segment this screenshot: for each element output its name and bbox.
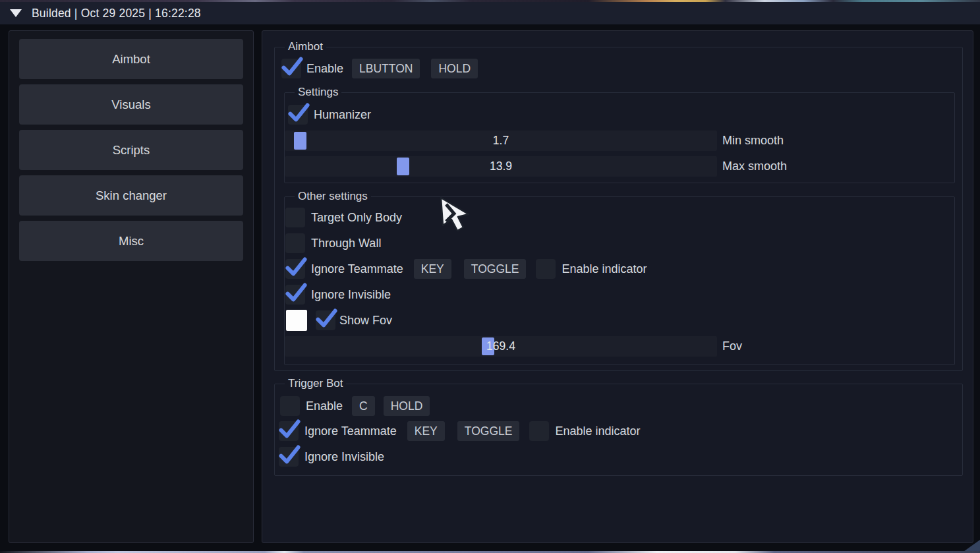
fov-color-swatch[interactable]: [286, 310, 307, 331]
target-only-body-checkbox[interactable]: [285, 208, 305, 227]
triggerbot-ignore-invisible-checkbox[interactable]: [279, 447, 299, 467]
triggerbot-ignore-teammate-row: Ignore Teammate KEY TOGGLE Enable indica…: [279, 421, 962, 441]
triggerbot-ignore-teammate-label: Ignore Teammate: [304, 424, 397, 438]
fov-label: Fov: [722, 339, 742, 353]
fov-slider[interactable]: 169.4: [285, 336, 717, 357]
aimbot-enable-checkbox[interactable]: [281, 59, 301, 78]
other-settings-group-title: Other settings: [295, 190, 371, 203]
humanizer-row: Humanizer: [288, 105, 954, 125]
check-icon: [277, 443, 302, 467]
settings-group: Settings Humanizer 1.7 Min smooth: [284, 92, 955, 183]
aimbot-enable-label: Enable: [306, 62, 343, 76]
fov-slider-handle[interactable]: [482, 337, 494, 355]
sidebar-tab-scripts[interactable]: Scripts: [19, 130, 243, 170]
triggerbot-ignore-teammate-keybind-button[interactable]: KEY: [407, 421, 445, 441]
sidebar-tab-skin-changer[interactable]: Skin changer: [19, 175, 243, 216]
ignore-teammate-keymode-button[interactable]: TOGGLE: [464, 259, 527, 279]
aimbot-enable-row: Enable LBUTTON HOLD: [281, 59, 962, 78]
target-only-body-row: Target Only Body: [285, 208, 954, 227]
triggerbot-enable-indicator-label: Enable indicator: [555, 424, 640, 438]
max-smooth-label: Max smooth: [722, 160, 787, 173]
aimbot-ignore-invisible-row: Ignore Invisible: [285, 285, 954, 305]
ignore-invisible-label: Ignore Invisible: [311, 288, 391, 302]
collapse-arrow-icon[interactable]: [10, 9, 22, 17]
triggerbot-enable-checkbox[interactable]: [280, 396, 300, 416]
aimbot-keybind-button[interactable]: LBUTTON: [352, 59, 420, 78]
screen: Builded | Oct 29 2025 | 16:22:28 Aimbot …: [0, 0, 980, 553]
check-icon: [284, 255, 308, 279]
max-smooth-slider-handle[interactable]: [397, 158, 409, 175]
aimbot-enable-indicator-label: Enable indicator: [562, 262, 647, 276]
fov-value: 169.4: [285, 336, 717, 357]
triggerbot-keymode-button[interactable]: HOLD: [384, 396, 430, 416]
sidebar: Aimbot Visuals Scripts Skin changer Misc: [9, 30, 254, 543]
check-icon: [280, 55, 304, 79]
triggerbot-enable-row: Enable C HOLD: [280, 396, 962, 416]
aimbot-keymode-button[interactable]: HOLD: [431, 59, 478, 78]
max-smooth-row: 13.9 Max smooth: [285, 156, 954, 177]
triggerbot-section: Trigger Bot Enable C HOLD Ignore Teamma: [274, 384, 963, 476]
show-fov-label: Show Fov: [339, 314, 392, 328]
show-fov-row: Show Fov: [286, 310, 954, 331]
humanizer-checkbox[interactable]: [288, 105, 308, 125]
ignore-teammate-checkbox[interactable]: [285, 259, 305, 279]
show-fov-checkbox[interactable]: [316, 310, 335, 330]
sidebar-tab-misc[interactable]: Misc: [19, 221, 243, 261]
window-title: Builded | Oct 29 2025 | 16:22:28: [32, 7, 201, 20]
sidebar-tab-visuals[interactable]: Visuals: [19, 84, 243, 125]
min-smooth-row: 1.7 Min smooth: [285, 131, 954, 151]
fov-row: 169.4 Fov: [285, 336, 954, 357]
aimbot-section-title: Aimbot: [285, 40, 326, 53]
triggerbot-ignore-teammate-checkbox[interactable]: [279, 421, 299, 441]
max-smooth-value: 13.9: [285, 156, 717, 177]
ignore-teammate-keybind-button[interactable]: KEY: [414, 259, 451, 279]
target-only-body-label: Target Only Body: [311, 211, 402, 225]
check-icon: [314, 306, 339, 331]
aimbot-ignore-teammate-row: Ignore Teammate KEY TOGGLE Enable indica…: [285, 259, 954, 279]
main-panel: Aimbot Enable LBUTTON HOLD Settings: [262, 30, 973, 543]
triggerbot-section-title: Trigger Bot: [285, 377, 346, 390]
min-smooth-label: Min smooth: [722, 134, 784, 148]
triggerbot-ignore-invisible-label: Ignore Invisible: [304, 450, 384, 464]
triggerbot-enable-indicator-checkbox[interactable]: [529, 421, 549, 441]
check-icon: [284, 281, 308, 305]
max-smooth-slider[interactable]: 13.9: [285, 156, 717, 177]
window-titlebar: Builded | Oct 29 2025 | 16:22:28: [0, 2, 980, 24]
triggerbot-ignore-teammate-keymode-button[interactable]: TOGGLE: [457, 421, 520, 441]
triggerbot-ignore-invisible-row: Ignore Invisible: [279, 447, 962, 467]
aimbot-section: Aimbot Enable LBUTTON HOLD Settings: [274, 47, 963, 371]
through-wall-checkbox[interactable]: [285, 233, 305, 253]
through-wall-row: Through Wall: [285, 233, 954, 253]
through-wall-label: Through Wall: [311, 237, 381, 250]
other-settings-group: Other settings Target Only Body: [284, 196, 955, 365]
humanizer-label: Humanizer: [314, 108, 371, 122]
sidebar-tab-aimbot[interactable]: Aimbot: [19, 39, 243, 79]
triggerbot-enable-label: Enable: [306, 399, 343, 413]
ignore-teammate-label: Ignore Teammate: [311, 262, 403, 276]
ignore-invisible-checkbox[interactable]: [285, 285, 305, 305]
settings-group-title: Settings: [295, 86, 341, 99]
check-icon: [287, 101, 311, 125]
min-smooth-value: 1.7: [285, 131, 717, 151]
aimbot-enable-indicator-checkbox[interactable]: [536, 259, 556, 279]
check-icon: [277, 417, 302, 442]
triggerbot-keybind-button[interactable]: C: [352, 396, 375, 416]
min-smooth-slider[interactable]: 1.7: [285, 131, 717, 151]
min-smooth-slider-handle[interactable]: [294, 132, 306, 150]
